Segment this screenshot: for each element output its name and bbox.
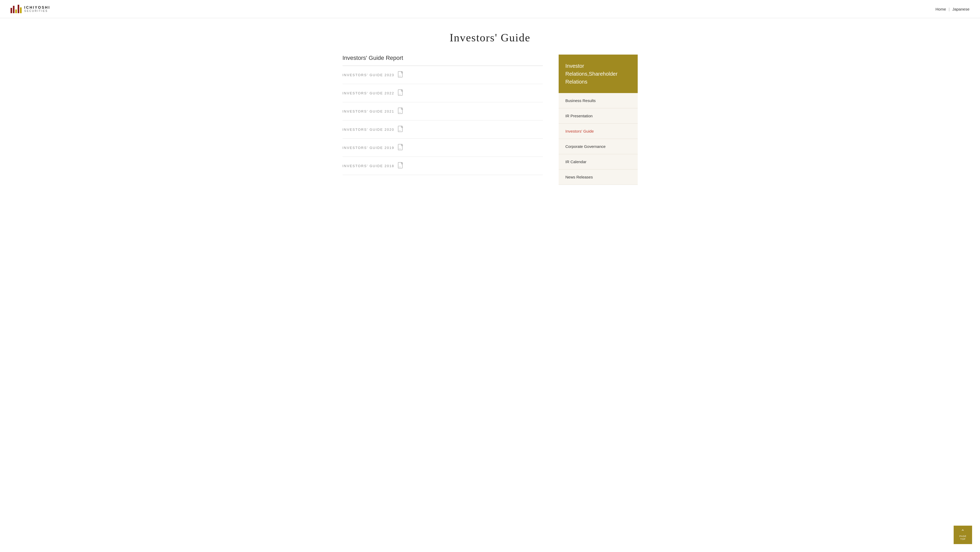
sidebar-nav-item-investors-guide: Investors' Guide <box>558 124 638 139</box>
sidebar-nav-item-business: Business Results <box>558 93 638 108</box>
guide-item-label-2022: INVESTORS' GUIDE 2022 <box>342 91 395 95</box>
logo-bar-2 <box>13 6 14 13</box>
logo-text: ICHIYOSHI SECURITIES <box>24 5 50 13</box>
page-top-label: PAGETOP <box>959 535 966 541</box>
pdf-icon: PDF <box>398 108 404 115</box>
sidebar-nav: Business Results IR Presentation Investo… <box>558 93 638 185</box>
list-item[interactable]: INVESTORS' GUIDE 2019 PDF <box>342 139 543 157</box>
logo[interactable]: ICHIYOSHI SECURITIES <box>11 5 50 13</box>
logo-bar-5 <box>20 7 22 13</box>
guide-list: INVESTORS' GUIDE 2023 PDF INVESTORS' GUI… <box>342 66 543 175</box>
page-title: Investors' Guide <box>5 31 975 44</box>
left-content: Investors' Guide Report INVESTORS' GUIDE… <box>342 54 543 185</box>
header-nav: Home | Japanese <box>935 7 969 11</box>
svg-text:PDF: PDF <box>399 148 401 150</box>
svg-text:PDF: PDF <box>399 112 401 113</box>
home-link[interactable]: Home <box>935 7 946 11</box>
sidebar-nav-item-ir-presentation: IR Presentation <box>558 108 638 124</box>
right-sidebar: Investor Relations,Shareholder Relations… <box>558 54 638 185</box>
sidebar-link-news-releases[interactable]: News Releases <box>558 169 638 185</box>
guide-item-label-2023: INVESTORS' GUIDE 2023 <box>342 73 395 77</box>
logo-bar-3 <box>15 10 17 13</box>
svg-text:PDF: PDF <box>399 166 401 168</box>
page-top-button[interactable]: ⌃ PAGETOP <box>954 526 972 544</box>
list-item[interactable]: INVESTORS' GUIDE 2018 PDF <box>342 157 543 175</box>
page-top-arrow-icon: ⌃ <box>961 529 965 534</box>
pdf-icon: PDF <box>398 162 404 169</box>
logo-bar-4 <box>18 5 19 13</box>
guide-item-label-2019: INVESTORS' GUIDE 2019 <box>342 146 395 150</box>
sidebar-nav-item-corporate-governance: Corporate Governance <box>558 139 638 154</box>
guide-item-label-2018: INVESTORS' GUIDE 2018 <box>342 164 395 168</box>
sidebar-header: Investor Relations,Shareholder Relations <box>558 54 638 93</box>
svg-text:PDF: PDF <box>399 94 401 95</box>
list-item[interactable]: INVESTORS' GUIDE 2021 PDF <box>342 102 543 120</box>
guide-item-label-2021: INVESTORS' GUIDE 2021 <box>342 109 395 113</box>
section-title: Investors' Guide Report <box>342 54 543 66</box>
sidebar-nav-item-news-releases: News Releases <box>558 169 638 185</box>
pdf-icon: PDF <box>398 71 404 78</box>
header: ICHIYOSHI SECURITIES Home | Japanese <box>0 0 980 18</box>
pdf-icon: PDF <box>398 144 404 151</box>
sidebar-link-investors-guide[interactable]: Investors' Guide <box>558 124 638 139</box>
page-title-section: Investors' Guide <box>0 18 980 54</box>
logo-bars-icon <box>11 5 22 13</box>
list-item[interactable]: INVESTORS' GUIDE 2020 PDF <box>342 120 543 139</box>
list-item[interactable]: INVESTORS' GUIDE 2023 PDF <box>342 66 543 84</box>
logo-bar-1 <box>11 8 12 13</box>
list-item[interactable]: INVESTORS' GUIDE 2022 PDF <box>342 84 543 102</box>
sidebar-nav-item-ir-calendar: IR Calendar <box>558 154 638 169</box>
sidebar-link-ir-calendar[interactable]: IR Calendar <box>558 154 638 169</box>
japanese-link[interactable]: Japanese <box>952 7 969 11</box>
logo-name: ICHIYOSHI <box>24 5 50 10</box>
svg-text:PDF: PDF <box>399 75 401 77</box>
nav-separator: | <box>949 7 950 11</box>
svg-text:PDF: PDF <box>399 130 401 131</box>
sidebar-link-business-results[interactable]: Business Results <box>558 93 638 108</box>
pdf-icon: PDF <box>398 89 404 97</box>
sidebar-link-ir-presentation[interactable]: IR Presentation <box>558 108 638 123</box>
main-content: Investors' Guide Report INVESTORS' GUIDE… <box>332 54 648 201</box>
logo-sub: SECURITIES <box>24 10 50 13</box>
pdf-icon: PDF <box>398 126 404 133</box>
sidebar-link-corporate-governance[interactable]: Corporate Governance <box>558 139 638 154</box>
guide-item-label-2020: INVESTORS' GUIDE 2020 <box>342 128 395 132</box>
